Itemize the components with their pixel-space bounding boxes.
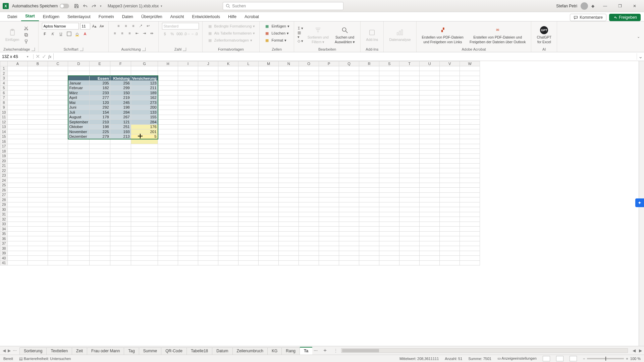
cell-N12[interactable] xyxy=(279,120,299,125)
cell-A24[interactable] xyxy=(8,178,28,183)
cell-I30[interactable] xyxy=(178,207,198,212)
align-right-icon[interactable]: ≡ xyxy=(127,30,133,36)
cell-F18[interactable] xyxy=(110,149,131,154)
cell-F24[interactable] xyxy=(110,178,131,183)
cell-D6[interactable]: März xyxy=(68,90,90,96)
cell-R13[interactable] xyxy=(359,124,379,129)
cell-W40[interactable] xyxy=(460,256,480,261)
cell-J41[interactable] xyxy=(198,260,218,265)
cell-M22[interactable] xyxy=(259,168,279,173)
cell-W15[interactable] xyxy=(460,134,480,139)
cell-B1[interactable] xyxy=(28,66,48,71)
cell-G37[interactable] xyxy=(131,241,158,246)
cell-I38[interactable] xyxy=(178,246,198,251)
cell-R22[interactable] xyxy=(359,168,379,173)
cell-S22[interactable] xyxy=(379,168,399,173)
cell-P36[interactable] xyxy=(319,236,339,241)
row-header-33[interactable]: 33 xyxy=(0,222,8,227)
cell-B18[interactable] xyxy=(28,149,48,154)
cell-I17[interactable] xyxy=(178,144,198,149)
sheet-tab-zeilenumbruch[interactable]: Zeilenumbruch xyxy=(232,347,268,355)
share-button[interactable]: Freigeben xyxy=(609,14,641,21)
cell-U39[interactable] xyxy=(420,251,440,256)
name-box[interactable]: ▾ xyxy=(0,54,34,59)
cell-Q30[interactable] xyxy=(339,207,359,212)
format-cells-button[interactable]: ▦Format ▾ xyxy=(263,37,287,44)
row-header-15[interactable]: 15 xyxy=(0,134,8,139)
cell-D12[interactable]: September xyxy=(68,120,90,125)
cell-E1[interactable] xyxy=(89,66,110,71)
delete-cells-button[interactable]: ▦Löschen ▾ xyxy=(263,30,290,37)
clear-icon[interactable]: ◇ ▾ xyxy=(298,38,304,44)
cell-T4[interactable] xyxy=(399,81,420,86)
cell-I24[interactable] xyxy=(178,178,198,183)
cell-M37[interactable] xyxy=(259,241,279,246)
cell-L12[interactable] xyxy=(238,120,259,125)
cell-U20[interactable] xyxy=(420,159,440,164)
cell-T23[interactable] xyxy=(399,173,420,178)
cell-B26[interactable] xyxy=(28,188,48,193)
cell-Q16[interactable] xyxy=(339,139,359,144)
cell-G36[interactable] xyxy=(131,236,158,241)
cell-S38[interactable] xyxy=(379,246,399,251)
cell-A40[interactable] xyxy=(8,256,28,261)
cell-V23[interactable] xyxy=(440,173,460,178)
cell-B33[interactable] xyxy=(28,222,48,227)
cell-F3[interactable]: Kleidung xyxy=(110,76,131,81)
cell-S41[interactable] xyxy=(379,260,399,265)
cell-E12[interactable]: 210 xyxy=(89,120,110,125)
cell-O9[interactable] xyxy=(299,105,319,110)
cell-C10[interactable] xyxy=(48,110,68,115)
cell-J13[interactable] xyxy=(198,124,218,129)
addins-button[interactable]: Add-Ins xyxy=(364,26,380,43)
cell-H38[interactable] xyxy=(158,246,178,251)
cell-W12[interactable] xyxy=(460,120,480,125)
cell-U8[interactable] xyxy=(420,100,440,105)
cell-R18[interactable] xyxy=(359,149,379,154)
cell-C39[interactable] xyxy=(48,251,68,256)
cell-W34[interactable] xyxy=(460,227,480,232)
cell-N4[interactable] xyxy=(279,81,299,86)
cell-Q18[interactable] xyxy=(339,149,359,154)
cell-K30[interactable] xyxy=(218,207,238,212)
cell-G38[interactable] xyxy=(131,246,158,251)
cell-H20[interactable] xyxy=(158,159,178,164)
cell-V15[interactable] xyxy=(440,134,460,139)
enter-formula-icon[interactable]: ✓ xyxy=(42,53,46,60)
cell-S14[interactable] xyxy=(379,129,399,134)
cell-R37[interactable] xyxy=(359,241,379,246)
cell-B2[interactable] xyxy=(28,71,48,76)
cell-K1[interactable] xyxy=(218,66,238,71)
cell-K22[interactable] xyxy=(218,168,238,173)
row-header-8[interactable]: 8 xyxy=(0,100,8,105)
cell-D26[interactable] xyxy=(68,188,90,193)
cell-J40[interactable] xyxy=(198,256,218,261)
cell-E10[interactable]: 154 xyxy=(89,110,110,115)
cell-C20[interactable] xyxy=(48,159,68,164)
ribbon-tab-formeln[interactable]: Formeln xyxy=(95,13,118,21)
cell-C1[interactable] xyxy=(48,66,68,71)
cell-S21[interactable] xyxy=(379,163,399,168)
cell-T34[interactable] xyxy=(399,227,420,232)
cell-N39[interactable] xyxy=(279,251,299,256)
cell-V12[interactable] xyxy=(440,120,460,125)
cell-M32[interactable] xyxy=(259,217,279,222)
cell-M34[interactable] xyxy=(259,227,279,232)
cell-U30[interactable] xyxy=(420,207,440,212)
filename-dropdown-icon[interactable]: ▾ xyxy=(161,4,162,8)
data-analysis-button[interactable]: Datenanalyse xyxy=(387,26,413,43)
cell-I10[interactable] xyxy=(178,110,198,115)
cell-Q35[interactable] xyxy=(339,231,359,236)
cell-L10[interactable] xyxy=(238,110,259,115)
cell-A4[interactable] xyxy=(8,81,28,86)
cell-W24[interactable] xyxy=(460,178,480,183)
cell-E29[interactable] xyxy=(89,202,110,207)
cell-V37[interactable] xyxy=(440,241,460,246)
dialog-launcher-icon[interactable] xyxy=(80,48,83,51)
zoom-slider[interactable] xyxy=(587,358,624,359)
cell-N14[interactable] xyxy=(279,129,299,134)
cell-D9[interactable]: Juni xyxy=(68,105,90,110)
cell-M35[interactable] xyxy=(259,231,279,236)
cell-O14[interactable] xyxy=(299,129,319,134)
cell-T11[interactable] xyxy=(399,115,420,120)
